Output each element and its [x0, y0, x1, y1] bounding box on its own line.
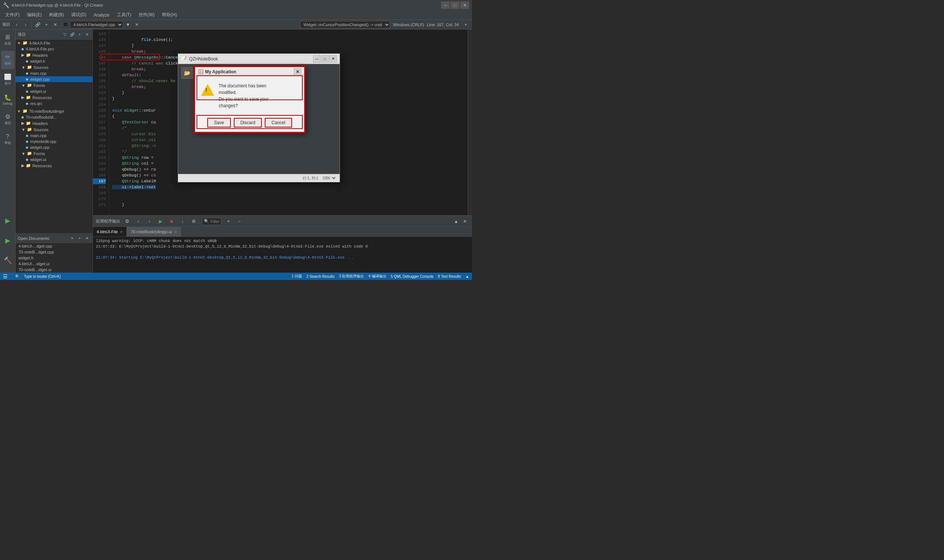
- qzh-encoding-select[interactable]: GBK: [321, 176, 337, 180]
- main1-label: main.cpp: [30, 71, 47, 75]
- resqrc-label: res.qrc: [30, 101, 43, 106]
- resources2-expand: ▶: [22, 163, 24, 168]
- discard-button[interactable]: Discard: [234, 118, 262, 128]
- headers2-icon: 📁: [26, 121, 31, 126]
- function-selector[interactable]: Widget::onCursorPositionChanged() -> voi…: [300, 21, 390, 28]
- tree-item-sources1[interactable]: ▼ 📁 Sources: [15, 64, 93, 70]
- sidebar-debug[interactable]: 🐛 Debug: [1, 91, 14, 109]
- status-up-arrow[interactable]: ▲: [465, 274, 469, 278]
- menu-help[interactable]: 帮助(H): [158, 11, 181, 19]
- save-button[interactable]: Save: [207, 118, 230, 128]
- tree-item-headers2[interactable]: ▶ 📁 Headers: [15, 120, 93, 126]
- tree-item-forms1[interactable]: ▼ 📁 Forms: [15, 82, 93, 88]
- qzh-close-btn[interactable]: ✕: [329, 55, 337, 63]
- widget2-label: widget.cpp: [30, 145, 50, 149]
- link-button[interactable]: 🔗: [34, 21, 42, 29]
- sidebar-edit[interactable]: ✏ 编辑: [1, 51, 14, 69]
- tree-item-project2[interactable]: ▼ 📁 70-noteBookzidingyi: [15, 108, 93, 114]
- debug-run-icon: ▶: [5, 237, 10, 245]
- sidebar-design[interactable]: ⬜ 设计: [1, 71, 14, 89]
- tree-item-mytextedit[interactable]: ■ mytextedit.cpp: [15, 138, 93, 145]
- menu-tools[interactable]: 工具(T): [113, 11, 135, 19]
- top-toolbar: 项目 ‹ › 🔗 + ✕ ⚙ 4-btnUI-File/widget.cpp ▼…: [0, 20, 472, 29]
- status-qml[interactable]: 5 QML Debugger Console: [391, 274, 433, 278]
- close-file-button[interactable]: ✕: [51, 21, 59, 29]
- tree-item-resqrc[interactable]: ■ res.qrc: [15, 101, 93, 106]
- open-docs-menu-btn[interactable]: ≡: [69, 235, 76, 242]
- tree-item-resources1[interactable]: ▶ 📁 Resources: [15, 94, 93, 101]
- menu-build[interactable]: 构建(B): [45, 11, 68, 19]
- tree-filter-btn[interactable]: ▽: [62, 31, 68, 38]
- status-issues[interactable]: 1 问题: [291, 274, 302, 279]
- status-app-output[interactable]: 3 应用程序输出: [339, 274, 364, 279]
- file-nav-btn[interactable]: ▼: [124, 21, 132, 29]
- build-button[interactable]: 🔨: [1, 251, 14, 270]
- tree-item-widgetui1[interactable]: ■ widget.ui: [15, 88, 93, 94]
- status-search[interactable]: 2 Search Results: [307, 274, 335, 278]
- tree-item-main1[interactable]: ■ main.cpp: [15, 70, 93, 76]
- tree-item-pro1[interactable]: ■ 4-btnUI-File.pro: [15, 46, 93, 52]
- dialog-overlay: 📝 QZHNoteBook ─ □ ✕ 📂 💾 ✕ 行:1, 列:1: [93, 29, 472, 272]
- status-toggle-btn[interactable]: ☰: [3, 273, 8, 279]
- app-dialog-close-btn[interactable]: ✕: [294, 68, 301, 75]
- open-doc-2[interactable]: 70-noteB...dget.cpp: [15, 249, 93, 255]
- open-doc-1[interactable]: 4-btnUI-...dget.cpp: [15, 243, 93, 249]
- open-doc-5[interactable]: 70-noteB...idget.ui: [15, 267, 93, 272]
- menu-controls[interactable]: 控件(W): [135, 11, 158, 19]
- title-bar: 🔧 4-btnUI-File/widget.cpp @ 4-btnUI-File…: [0, 0, 472, 10]
- run-button[interactable]: ▶: [1, 211, 14, 230]
- sidebar-project[interactable]: ⚙ 项目: [1, 111, 14, 129]
- status-compile[interactable]: 4 编译输出: [369, 274, 386, 279]
- menu-edit[interactable]: 编辑(E): [23, 11, 45, 19]
- warning-exclamation: !: [205, 87, 207, 93]
- open-doc-4[interactable]: 4-btnUI-...idget.ui: [15, 261, 93, 267]
- tree-item-resources2[interactable]: ▶ 📁 Resources: [15, 163, 93, 169]
- tree-item-widgetui2[interactable]: ■ widget.ui: [15, 157, 93, 163]
- welcome-icon: ⊞: [5, 34, 10, 40]
- tree-item-main2[interactable]: ■ main.cpp: [15, 132, 93, 138]
- project-folder-icon: 📁: [23, 40, 28, 45]
- file-icon: ⚙: [63, 22, 68, 27]
- open-doc-3[interactable]: widget.h: [15, 255, 93, 261]
- tree-close-btn[interactable]: ✕: [84, 31, 90, 38]
- debug-run-button[interactable]: ▶: [1, 231, 14, 250]
- new-file-button[interactable]: +: [42, 21, 51, 29]
- maximize-button[interactable]: □: [450, 2, 460, 9]
- open-docs-add-btn[interactable]: +: [76, 235, 83, 242]
- qzh-maximize-btn[interactable]: □: [321, 55, 329, 63]
- nav-forward-button[interactable]: ›: [22, 21, 29, 29]
- open-docs-close-btn[interactable]: ✕: [84, 235, 90, 242]
- qzh-minimize-btn[interactable]: ─: [313, 55, 321, 63]
- menu-analyze[interactable]: Analyze: [90, 12, 113, 18]
- tree-item-pro2[interactable]: ■ 70-noteBookzidi...: [15, 114, 93, 120]
- warning-icon-container: !: [201, 84, 214, 96]
- tree-item-widget1[interactable]: ■ widget.cpp: [15, 76, 93, 82]
- cancel-button[interactable]: Cancel: [265, 118, 292, 128]
- close-button[interactable]: ✕: [460, 2, 469, 9]
- status-tests[interactable]: 8 Test Results: [438, 274, 461, 278]
- tree-link-btn[interactable]: 🔗: [69, 31, 76, 38]
- tree-item-project1[interactable]: ▼ 📁 4-btnUI-File: [15, 40, 93, 46]
- project-icon: ⚙: [5, 114, 10, 120]
- tree-item-forms2[interactable]: ▼ 📁 Forms: [15, 150, 93, 157]
- minimize-button[interactable]: ─: [441, 2, 450, 9]
- nav-back-button[interactable]: ‹: [12, 21, 21, 29]
- open-docs-title: Open Documents: [18, 236, 49, 241]
- forms2-expand: ▼: [22, 151, 25, 156]
- msg-line1: The document has been: [219, 83, 268, 89]
- settings-btn[interactable]: +: [462, 21, 470, 29]
- menu-debug[interactable]: 调试(D): [68, 11, 90, 19]
- file-selector[interactable]: 4-btnUI-File/widget.cpp: [70, 21, 123, 28]
- tree-item-headers1[interactable]: ▶ 📁 Headers: [15, 52, 93, 58]
- qzh-open-btn[interactable]: 📂: [181, 67, 193, 79]
- tree-add-btn[interactable]: +: [76, 31, 83, 38]
- forms2-icon: 📁: [27, 151, 32, 156]
- tree-item-sources2[interactable]: ▼ 📁 Sources: [15, 126, 93, 132]
- close-tab-btn[interactable]: ✕: [133, 21, 141, 29]
- app-dialog-icon: 🪟: [198, 69, 204, 74]
- tree-item-widgeth[interactable]: ■ widget.h: [15, 58, 93, 64]
- tree-item-widget2[interactable]: ■ widget.cpp: [15, 145, 93, 150]
- sidebar-welcome[interactable]: ⊞ 欢迎: [1, 31, 14, 49]
- menu-file[interactable]: 文件(F): [2, 11, 23, 19]
- sidebar-help[interactable]: ? 帮助: [1, 131, 14, 149]
